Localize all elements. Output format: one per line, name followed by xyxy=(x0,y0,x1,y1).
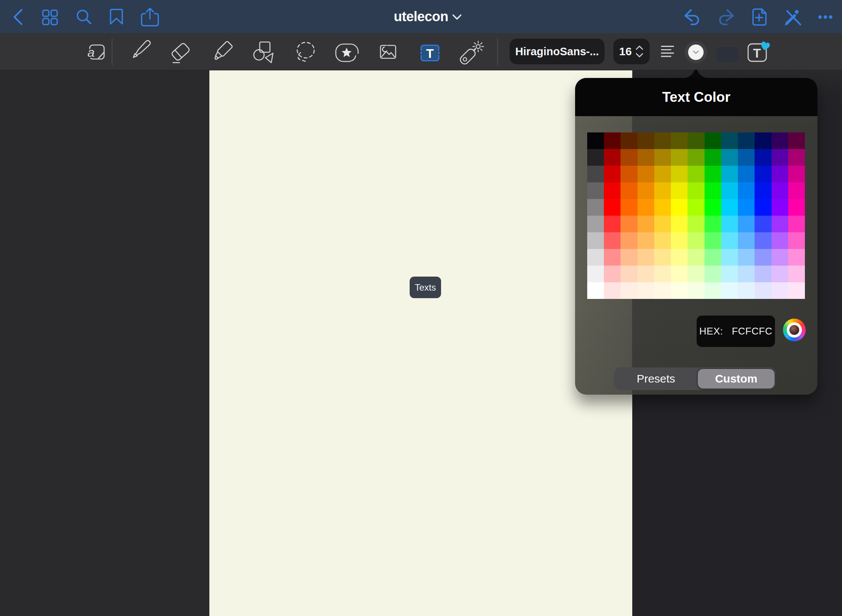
svg-text:T: T xyxy=(426,47,434,61)
svg-text:a: a xyxy=(87,45,95,59)
svg-text:T: T xyxy=(753,46,761,60)
